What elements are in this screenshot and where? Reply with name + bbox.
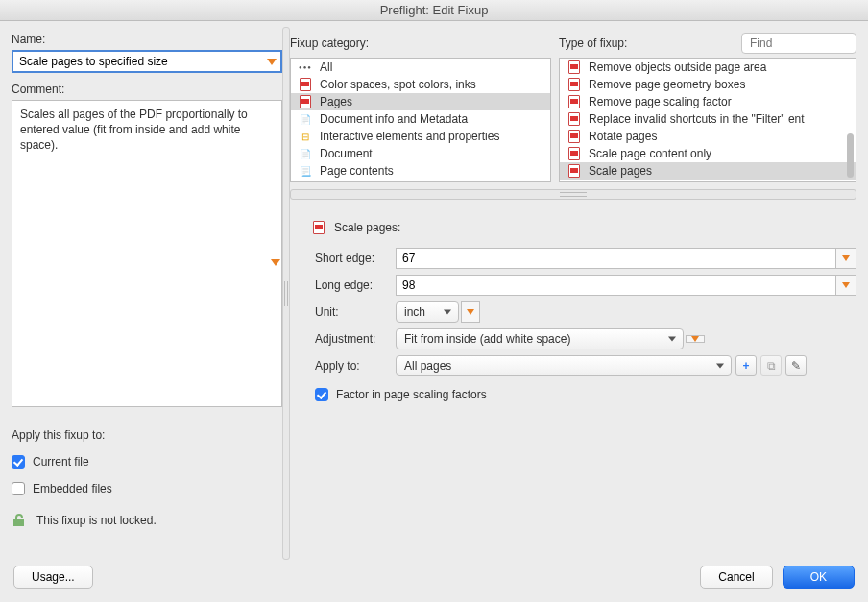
lock-status-label: This fixup is not locked. <box>36 514 157 527</box>
pdf-icon <box>567 78 581 91</box>
embedded-files-label: Embedded files <box>33 482 112 495</box>
unit-dropdown-button[interactable] <box>461 301 480 323</box>
unit-label: Unit: <box>315 305 396 319</box>
chevron-down-icon <box>467 309 474 315</box>
dialog-footer: Usage... Cancel OK <box>0 552 868 602</box>
type-item[interactable]: Remove objects outside page area <box>560 59 856 76</box>
category-item[interactable]: 📃Page contents <box>291 162 550 180</box>
type-item-label: Remove page scaling factor <box>589 95 732 108</box>
category-item-label: Interactive elements and properties <box>320 130 499 143</box>
horizontal-splitter[interactable] <box>290 188 856 200</box>
left-panel: Name: Comment: Scales all pages of the P… <box>12 33 282 552</box>
pdf-icon <box>567 95 581 108</box>
pdf-icon <box>568 147 580 160</box>
category-item[interactable]: ⊟Interactive elements and properties <box>291 128 550 145</box>
comment-textarea[interactable]: Scales all pages of the PDF proportional… <box>12 100 282 407</box>
pdf-icon <box>299 95 312 108</box>
pdf-icon <box>568 78 580 91</box>
embedded-files-checkbox[interactable] <box>12 482 25 495</box>
type-item-label: Replace invalid shortcuts in the "Filter… <box>589 112 805 126</box>
long-edge-dropdown-button[interactable] <box>835 275 856 296</box>
type-item-label: Rotate pages <box>589 130 657 143</box>
name-dropdown-button[interactable] <box>263 50 282 73</box>
apply-to-heading: Apply this fixup to: <box>12 428 282 442</box>
apply-to-value: All pages <box>404 359 451 373</box>
adjustment-dropdown-button[interactable] <box>686 335 705 343</box>
type-of-fixup-list[interactable]: Remove objects outside page areaRemove p… <box>559 58 856 182</box>
ok-button[interactable]: OK <box>783 566 855 589</box>
type-item[interactable]: Replace invalid shortcuts in the "Filter… <box>560 110 856 128</box>
pdf-icon <box>567 164 581 178</box>
name-input[interactable] <box>12 50 263 73</box>
pdf-icon <box>567 130 581 143</box>
category-item[interactable]: Color spaces, spot colors, inks <box>291 76 550 93</box>
category-item-label: All <box>320 60 332 74</box>
info-icon: 📄 <box>299 112 312 126</box>
apply-to-select[interactable]: All pages <box>396 355 732 376</box>
type-item[interactable]: Remove page scaling factor <box>560 93 856 110</box>
adjustment-label: Adjustment: <box>315 332 396 346</box>
page-icon: 📃 <box>299 164 312 178</box>
fixup-category-label: Fixup category: <box>290 36 369 50</box>
combine-filter-button: ⧉ <box>760 355 782 376</box>
pdf-icon <box>567 147 581 160</box>
category-item-label: Document info and Metadata <box>320 112 468 126</box>
pdf-icon <box>313 221 325 234</box>
pdf-icon <box>568 164 580 178</box>
section-title: Scale pages: <box>334 221 400 234</box>
type-item-label: Remove page geometry boxes <box>589 78 745 91</box>
add-filter-button[interactable]: + <box>735 355 757 376</box>
category-item-label: Pages <box>320 95 352 108</box>
type-item[interactable]: Rotate pages <box>560 128 856 145</box>
adjustment-select[interactable]: Fit from inside (add white space) <box>396 328 684 349</box>
comment-label: Comment: <box>12 83 282 96</box>
category-item[interactable]: 📄Document <box>291 145 550 162</box>
edit-filter-button[interactable]: ✎ <box>785 355 807 376</box>
right-panel: Fixup category: AllColor spaces, spot co… <box>290 33 856 552</box>
pdf-icon <box>300 78 311 91</box>
comment-text: Scales all pages of the PDF proportional… <box>20 108 248 152</box>
dialog-window: Preflight: Edit Fixup Name: Comment: Sca… <box>0 0 868 602</box>
window-title: Preflight: Edit Fixup <box>0 0 868 21</box>
interactive-icon: ⊟ <box>299 130 312 143</box>
fixup-category-list[interactable]: AllColor spaces, spot colors, inksPages📄… <box>290 58 551 182</box>
category-item-label: Document <box>320 147 373 160</box>
short-edge-label: Short edge: <box>315 252 396 265</box>
unit-value: inch <box>404 305 425 319</box>
long-edge-label: Long edge: <box>315 278 396 292</box>
pdf-icon <box>568 130 580 143</box>
pdf-icon <box>568 95 580 108</box>
unit-select[interactable]: inch <box>396 301 459 323</box>
chevron-down-icon <box>842 282 850 288</box>
type-item[interactable]: Scale page content only <box>560 145 856 162</box>
cancel-button[interactable]: Cancel <box>700 566 772 589</box>
short-edge-input[interactable] <box>396 248 835 269</box>
category-item-label: Page contents <box>320 164 394 178</box>
pdf-icon <box>567 60 581 74</box>
type-item-label: Scale pages <box>589 164 652 178</box>
type-item-label: Scale page content only <box>589 147 711 160</box>
category-item-label: Color spaces, spot colors, inks <box>320 78 476 91</box>
scrollbar-thumb[interactable] <box>847 133 854 178</box>
current-file-checkbox[interactable] <box>12 455 25 469</box>
category-item[interactable]: All <box>291 59 550 76</box>
adjustment-value: Fit from inside (add white space) <box>404 332 570 346</box>
chevron-down-icon <box>842 255 850 261</box>
chevron-down-icon <box>267 59 277 65</box>
short-edge-dropdown-button[interactable] <box>835 248 856 269</box>
long-edge-input[interactable] <box>396 275 835 296</box>
pdf-icon <box>567 112 581 126</box>
name-label: Name: <box>12 33 282 46</box>
find-input[interactable] <box>741 33 856 54</box>
factor-checkbox[interactable] <box>315 388 328 401</box>
category-item[interactable]: 📄Document info and Metadata <box>291 110 550 128</box>
type-of-fixup-label: Type of fixup: <box>559 36 627 50</box>
type-item[interactable]: Scale pages <box>560 162 856 180</box>
apply-to-label: Apply to: <box>315 359 396 373</box>
type-item[interactable]: Remove page geometry boxes <box>560 76 856 93</box>
all-icon <box>299 60 312 74</box>
pdf-icon <box>300 95 311 108</box>
category-item[interactable]: Pages <box>291 93 550 110</box>
usage-button[interactable]: Usage... <box>13 566 93 589</box>
pdf-icon <box>568 112 580 126</box>
